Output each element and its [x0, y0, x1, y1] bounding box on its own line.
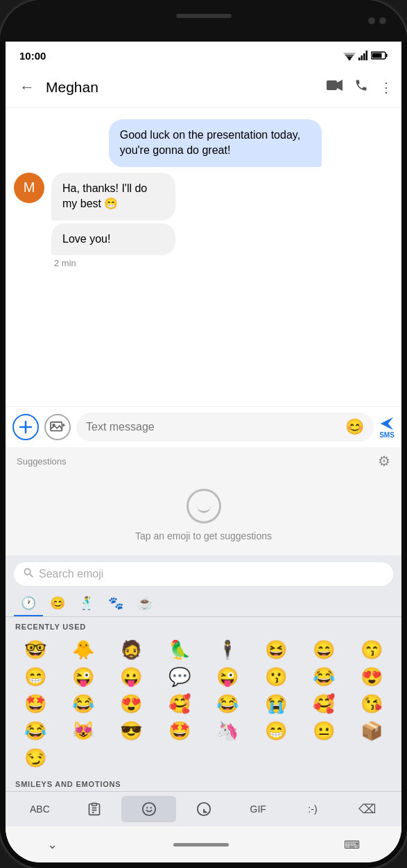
suggestions-bar: Suggestions ⚙ — [6, 447, 401, 475]
svg-point-20 — [150, 807, 151, 808]
emoji-wink[interactable]: 😜 — [204, 663, 252, 691]
phone-notch — [0, 0, 407, 42]
input-area: 😊 SMS — [6, 406, 401, 447]
received-bubble-2: Love you! — [51, 223, 175, 255]
svg-line-16 — [30, 574, 33, 577]
emoji-dancer[interactable]: 🕴 — [204, 636, 252, 663]
svg-point-15 — [24, 568, 30, 574]
suggestions-settings-button[interactable]: ⚙ — [378, 453, 390, 469]
sent-message-1: Good luck on the presentation today, you… — [109, 119, 322, 167]
sms-label: SMS — [379, 431, 395, 439]
emoji-laugh3[interactable]: 😂 — [204, 691, 252, 718]
emoji-category-tabs: 🕐 😊 🕺 🐾 ☕ — [6, 590, 401, 617]
emoji-tears[interactable]: 😂 — [300, 663, 347, 691]
status-icons — [343, 51, 388, 60]
emoji-happy[interactable]: 😄 — [300, 636, 347, 663]
emoji-sunglasses[interactable]: 😎 — [107, 718, 155, 745]
emoji-bubble[interactable]: 💬 — [155, 663, 203, 691]
gif-button[interactable]: GIF — [231, 798, 286, 820]
tab-smileys[interactable]: 😊 — [43, 590, 72, 616]
abc-button[interactable]: ABC — [12, 798, 67, 820]
nav-bar: ⌄ ⌨ — [6, 826, 401, 862]
emoji-search-box[interactable]: Search emoji — [14, 562, 393, 586]
emoji-neutral[interactable]: 😐 — [300, 718, 347, 745]
smiley-face-icon — [187, 489, 221, 523]
contact-name: Meghan — [46, 79, 327, 96]
image-button[interactable] — [44, 414, 71, 440]
emoji-search-input[interactable]: Search emoji — [39, 568, 103, 580]
back-button[interactable]: ← — [14, 76, 40, 99]
tab-food[interactable]: ☕ — [130, 590, 159, 616]
emoji-heart-eyes2[interactable]: 😍 — [107, 691, 155, 718]
tap-emoji-hint: Tap an emoji to get suggestions — [135, 530, 272, 541]
svg-point-18 — [143, 803, 155, 815]
tab-animals[interactable]: 🐾 — [101, 590, 130, 616]
status-bar: 10:00 — [6, 42, 401, 67]
keyboard-toolbar: ABC — [6, 791, 401, 826]
app-bar-actions: ⋮ — [327, 78, 393, 96]
svg-rect-11 — [327, 80, 337, 90]
emoji-kiss[interactable]: 😗 — [252, 663, 300, 691]
emoji-smile[interactable]: 😙 — [348, 636, 396, 663]
emoji-beam[interactable]: 😁 — [252, 718, 300, 745]
emoji-smirk[interactable]: 😏 — [11, 745, 59, 772]
emoji-star2[interactable]: 🤩 — [155, 718, 203, 745]
emoji-tongue-wink[interactable]: 😜 — [59, 663, 107, 691]
received-bubbles: Ha, thanks! I'll do my best 😁 Love you! … — [51, 173, 217, 268]
message-input[interactable] — [86, 421, 340, 433]
backspace-button[interactable]: ⌫ — [340, 796, 395, 822]
emoji-picker-button[interactable]: 😊 — [345, 418, 364, 436]
recently-used-grid: 🤓 🐥 🧔 🦜 🕴 😆 😄 😙 😁 😜 😛 💬 😜 😗 😂 😍 🤩 😂 😍 — [6, 634, 401, 774]
emoji-kiss2[interactable]: 😘 — [348, 691, 396, 718]
wifi-icon — [343, 51, 356, 60]
emoji-crying-laugh[interactable]: 😂 — [59, 691, 107, 718]
emoji-tongue[interactable]: 😛 — [107, 663, 155, 691]
emoji-suggestions-content: Tap an emoji to get suggestions — [6, 475, 401, 555]
tab-people[interactable]: 🕺 — [72, 590, 101, 616]
sticker-button[interactable] — [176, 796, 231, 822]
emoji-keyboard-button[interactable] — [121, 796, 176, 822]
emoji-cat-heart[interactable]: 😻 — [59, 718, 107, 745]
avatar: M — [14, 173, 44, 203]
emoji-chick[interactable]: 🐥 — [59, 636, 107, 663]
svg-rect-17 — [92, 804, 97, 806]
emoji-nerd[interactable]: 🤓 — [11, 636, 59, 663]
text-shortcut-button[interactable]: :-) — [286, 798, 340, 820]
send-sms-button[interactable]: SMS — [379, 416, 395, 439]
emoji-parrot[interactable]: 🦜 — [155, 636, 203, 663]
phone-call-button[interactable] — [354, 78, 368, 96]
svg-rect-9 — [386, 54, 388, 58]
nav-home-indicator[interactable] — [173, 843, 229, 847]
add-button[interactable] — [12, 414, 39, 440]
text-input-wrap[interactable]: 😊 — [76, 413, 374, 442]
message-time: 2 min — [51, 258, 217, 268]
emoji-xd[interactable]: 😆 — [252, 636, 300, 663]
svg-rect-4 — [358, 58, 361, 60]
smileys-label: SMILEYS AND EMOTIONS — [6, 774, 401, 791]
emoji-sparkle-heart[interactable]: 🥰 — [155, 691, 203, 718]
video-call-button[interactable] — [327, 79, 343, 95]
status-time: 10:00 — [19, 50, 46, 62]
emoji-heart2[interactable]: 🥰 — [300, 691, 347, 718]
svg-rect-6 — [363, 53, 365, 60]
svg-marker-12 — [337, 80, 343, 91]
emoji-sob[interactable]: 😭 — [252, 691, 300, 718]
clipboard-button[interactable] — [67, 797, 122, 822]
emoji-star-eyes[interactable]: 🤩 — [11, 691, 59, 718]
emoji-grin[interactable]: 😁 — [11, 663, 59, 691]
emoji-heart-eyes[interactable]: 😍 — [348, 663, 396, 691]
emoji-laugh4[interactable]: 😂 — [11, 718, 59, 745]
signal-icon — [358, 51, 368, 60]
nav-keyboard-button[interactable]: ⌨ — [344, 838, 360, 851]
emoji-box[interactable]: 📦 — [348, 718, 396, 745]
front-camera — [368, 17, 375, 24]
tab-recent[interactable]: 🕐 — [14, 590, 43, 616]
emoji-unicorn[interactable]: 🦄 — [204, 718, 252, 745]
more-options-button[interactable]: ⋮ — [379, 79, 393, 96]
svg-rect-10 — [372, 53, 382, 58]
suggestions-label: Suggestions — [17, 456, 67, 467]
messages-area: Good luck on the presentation today, you… — [6, 108, 401, 406]
search-icon — [24, 568, 33, 580]
emoji-beard[interactable]: 🧔 — [107, 636, 155, 663]
nav-back-button[interactable]: ⌄ — [47, 837, 58, 852]
